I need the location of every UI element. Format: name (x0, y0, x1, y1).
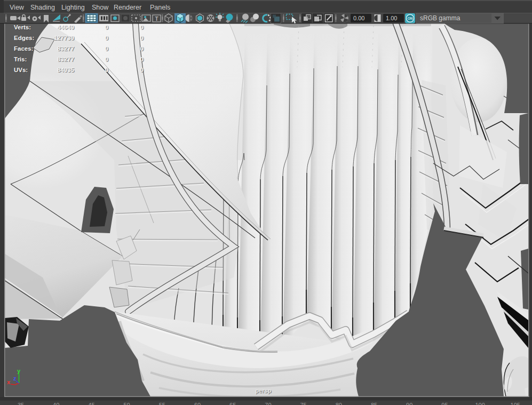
svg-text:0: 0 (140, 35, 144, 41)
svg-text:70: 70 (265, 402, 271, 405)
svg-text:83277: 83277 (57, 56, 74, 62)
svg-text:90: 90 (406, 402, 412, 405)
svg-text:T: T (155, 16, 158, 22)
svg-text:100: 100 (475, 402, 485, 405)
svg-text:44649: 44649 (57, 24, 74, 30)
svg-text:0: 0 (140, 45, 144, 52)
svg-text:0: 0 (105, 24, 108, 30)
svg-text:persp: persp (256, 387, 272, 394)
svg-text:ON: ON (408, 17, 413, 20)
svg-text:z: z (13, 375, 17, 382)
svg-text:y: y (17, 368, 21, 374)
svg-text:0: 0 (105, 56, 108, 62)
svg-text:Tris:: Tris: (14, 56, 27, 62)
svg-text:Faces:: Faces: (14, 45, 33, 52)
svg-text:45: 45 (88, 402, 94, 405)
svg-text:View: View (10, 4, 25, 11)
svg-text:60: 60 (194, 402, 201, 405)
svg-text:0: 0 (105, 45, 108, 52)
svg-text:Edges:: Edges: (14, 35, 34, 41)
svg-text:UVs:: UVs: (14, 67, 28, 73)
svg-text:Show: Show (92, 4, 109, 11)
svg-text:Verts:: Verts: (14, 24, 31, 30)
svg-text:55: 55 (159, 402, 165, 405)
svg-text:Shading: Shading (30, 4, 55, 11)
svg-text:40: 40 (53, 402, 59, 405)
svg-text:1.00: 1.00 (386, 15, 397, 21)
svg-text:0.00: 0.00 (353, 15, 364, 21)
svg-text:105: 105 (511, 402, 520, 405)
svg-text:0: 0 (140, 56, 144, 62)
svg-text:85: 85 (371, 402, 377, 405)
svg-text:75: 75 (300, 402, 306, 405)
svg-text:50: 50 (123, 402, 130, 405)
svg-text:80: 80 (336, 402, 342, 405)
svg-text:65: 65 (229, 402, 236, 405)
svg-text:Renderer: Renderer (114, 4, 141, 11)
svg-text:0: 0 (105, 35, 108, 41)
svg-text:0: 0 (105, 67, 108, 73)
svg-text:x: x (7, 379, 11, 385)
svg-text:35: 35 (18, 402, 24, 405)
svg-text:83277: 83277 (57, 45, 74, 52)
svg-text:Lighting: Lighting (61, 4, 85, 11)
svg-text:95: 95 (441, 402, 448, 405)
svg-text:0: 0 (140, 67, 144, 73)
svg-text:0: 0 (140, 24, 144, 30)
svg-text:127739: 127739 (54, 35, 74, 41)
svg-text:Panels: Panels (150, 4, 170, 11)
svg-text:sRGB gamma: sRGB gamma (420, 14, 460, 22)
svg-text:84935: 84935 (57, 67, 75, 73)
